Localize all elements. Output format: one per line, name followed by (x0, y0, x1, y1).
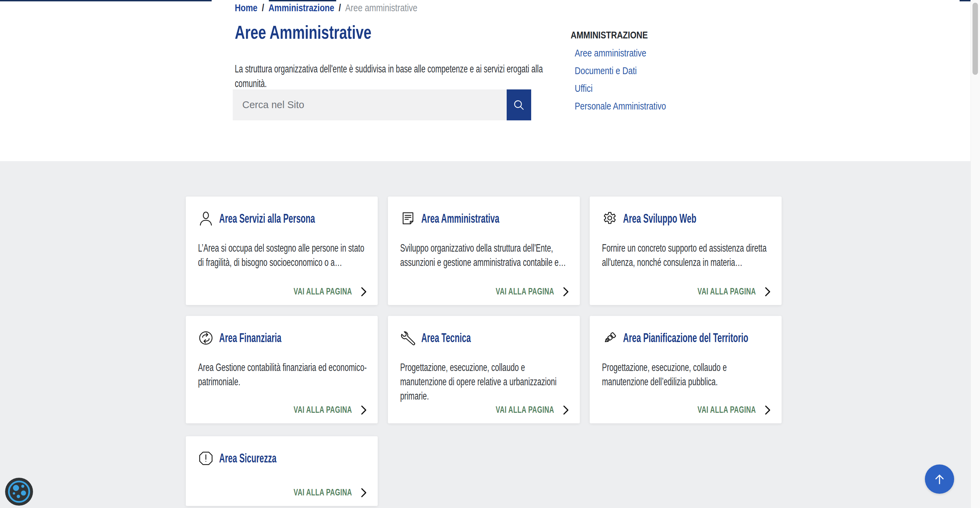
cookie-icon (5, 478, 33, 506)
header-bottom-border (0, 0, 212, 2)
breadcrumb-current: Aree amministrative (345, 2, 417, 13)
nav-active-underline (269, 0, 336, 2)
alert-octagon-icon (198, 451, 214, 466)
arrow-up-icon (932, 471, 947, 487)
search-input[interactable] (233, 89, 507, 121)
go-to-page-label: VAI ALLA PAGINA (293, 405, 352, 415)
card-area-servizi-alla-persona: Area Servizi alla Persona L’Area si occu… (186, 197, 378, 305)
go-to-page-label: VAI ALLA PAGINA (293, 286, 352, 297)
go-to-page-link[interactable]: VAI ALLA PAGINA (675, 286, 772, 297)
card-area-finanziaria: Area Finanziaria Area Gestione contabili… (186, 316, 378, 423)
card-title-link[interactable]: Area Amministrativa (421, 211, 499, 226)
go-to-page-label: VAI ALLA PAGINA (495, 286, 554, 297)
go-to-page-link[interactable]: VAI ALLA PAGINA (473, 286, 571, 297)
sidebar-item-personale-amministrativo[interactable]: Personale Amministrativo (575, 101, 666, 112)
chevron-right-icon (763, 287, 772, 297)
go-to-page-label: VAI ALLA PAGINA (697, 286, 756, 297)
breadcrumb-separator: / (262, 2, 264, 13)
areas-section: Area Servizi alla Persona L’Area si occu… (0, 161, 971, 508)
go-to-page-label: VAI ALLA PAGINA (495, 405, 554, 415)
chevron-right-icon (562, 405, 570, 415)
go-to-page-label: VAI ALLA PAGINA (293, 487, 352, 498)
card-area-sviluppo-web: Area Sviluppo Web Fornire un concreto su… (590, 197, 782, 305)
card-description: Sviluppo organizzativo della struttura d… (400, 241, 569, 270)
card-description: Fornire un concreto supporto ed assisten… (602, 241, 771, 270)
go-to-page-label: VAI ALLA PAGINA (697, 405, 756, 415)
breadcrumb-home[interactable]: Home (235, 2, 258, 13)
go-to-page-link[interactable]: VAI ALLA PAGINA (271, 487, 369, 498)
search-button[interactable] (507, 89, 531, 121)
chevron-right-icon (763, 405, 772, 415)
card-description: Progettazione, esecuzione, collaudo e ma… (602, 360, 771, 389)
card-description: L’Area si occupa del sostegno alle perso… (198, 241, 367, 270)
breadcrumb-amministrazione[interactable]: Amministrazione (269, 2, 334, 13)
sidebar-heading: AMMINISTRAZIONE (571, 29, 648, 41)
document-icon (400, 211, 416, 227)
go-to-page-link[interactable]: VAI ALLA PAGINA (473, 405, 571, 415)
chevron-right-icon (360, 405, 368, 415)
sidebar-item-documenti-e-dati[interactable]: Documenti e Dati (575, 65, 637, 76)
scrollbar[interactable] (970, 0, 980, 508)
page-title: Aree Amministrative (235, 21, 372, 43)
person-icon (198, 211, 214, 227)
card-area-sicurezza: Area Sicurezza VAI ALLA PAGINA (186, 436, 378, 506)
breadcrumb-separator: / (339, 2, 341, 13)
card-title-link[interactable]: Area Sicurezza (219, 451, 276, 465)
header-bottom-border-right (959, 0, 971, 2)
drafting-pen-icon (602, 330, 617, 346)
gear-icon (602, 211, 617, 227)
scroll-to-top-button[interactable] (925, 465, 954, 494)
card-title-link[interactable]: Area Servizi alla Persona (219, 211, 315, 226)
card-area-pianificazione-del-territorio: Area Pianificazione del Territorio Proge… (590, 316, 782, 423)
page-description: La struttura organizzativa dell'ente è s… (235, 62, 552, 91)
exchange-icon (198, 330, 214, 346)
card-area-tecnica: Area Tecnica Progettazione, esecuzione, … (388, 316, 580, 423)
site-search (233, 89, 531, 121)
card-area-amministrativa: Area Amministrativa Sviluppo organizzati… (388, 197, 580, 305)
card-title-link[interactable]: Area Tecnica (421, 331, 471, 345)
go-to-page-link[interactable]: VAI ALLA PAGINA (271, 286, 369, 297)
search-icon (512, 98, 526, 112)
cookie-settings-button[interactable] (5, 478, 33, 506)
breadcrumb: Home/Amministrazione/Aree amministrative (235, 2, 417, 14)
go-to-page-link[interactable]: VAI ALLA PAGINA (675, 405, 772, 415)
card-description: Area Gestione contabilità finanziaria ed… (198, 360, 367, 389)
card-description: Progettazione, esecuzione, collaudo e ma… (400, 360, 569, 403)
chevron-right-icon (562, 287, 570, 297)
scrollbar-thumb[interactable] (972, 3, 978, 75)
go-to-page-link[interactable]: VAI ALLA PAGINA (271, 405, 369, 415)
sidebar-item-aree-amministrative[interactable]: Aree amministrative (575, 48, 646, 59)
sidebar-item-uffici[interactable]: Uffici (575, 83, 592, 94)
card-title-link[interactable]: Area Finanziaria (219, 331, 282, 345)
chevron-right-icon (360, 487, 368, 498)
wrench-icon (400, 330, 416, 346)
card-title-link[interactable]: Area Pianificazione del Territorio (623, 331, 748, 345)
card-title-link[interactable]: Area Sviluppo Web (623, 211, 696, 226)
chevron-right-icon (360, 287, 368, 297)
